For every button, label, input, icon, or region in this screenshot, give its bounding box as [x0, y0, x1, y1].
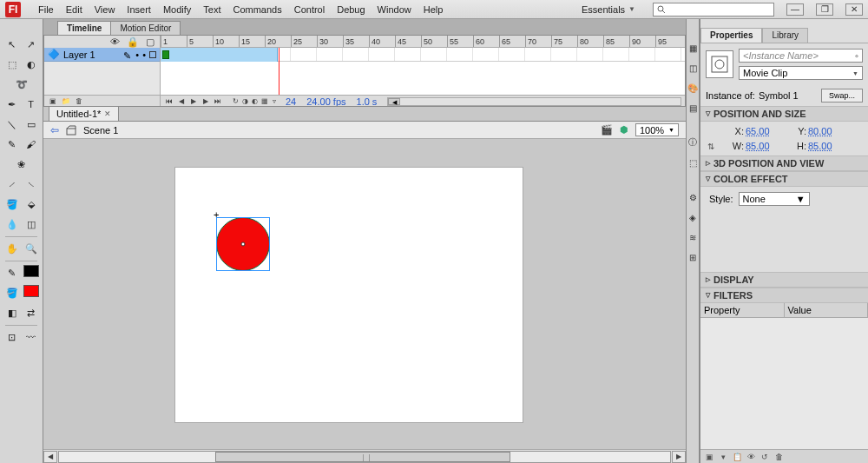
panel-icon-7[interactable]: ⚙: [687, 191, 699, 203]
lasso-tool[interactable]: ➰: [14, 76, 30, 92]
reset-filter-button[interactable]: ↺: [760, 452, 770, 462]
accordion-display[interactable]: ▷DISPLAY: [700, 272, 868, 288]
menu-insert[interactable]: Insert: [127, 4, 151, 15]
accordion-position-size[interactable]: ▽POSITION AND SIZE: [700, 106, 868, 122]
eyedropper-tool[interactable]: 💧: [4, 216, 20, 232]
panel-icon-1[interactable]: ▦: [687, 42, 699, 54]
rectangle-tool[interactable]: ▭: [23, 116, 39, 132]
close-tab-icon[interactable]: ✕: [104, 109, 111, 118]
brush-tool[interactable]: 🖌: [23, 136, 39, 152]
bind-tool[interactable]: ⟍: [23, 176, 39, 192]
fps-value[interactable]: 24.00 fps: [306, 96, 345, 107]
edit-symbols-icon[interactable]: ⬢: [620, 124, 628, 136]
scene-name[interactable]: Scene 1: [83, 125, 118, 136]
y-value[interactable]: 80.00: [808, 126, 846, 136]
search-input[interactable]: [653, 3, 774, 17]
accordion-color-effect[interactable]: ▽COLOR EFFECT: [700, 171, 868, 187]
outline-icon[interactable]: ▢: [146, 36, 155, 48]
edit-multiple-frames-button[interactable]: ▦: [260, 96, 269, 106]
subselection-tool[interactable]: ↗: [23, 36, 39, 52]
enable-filter-button[interactable]: 👁: [746, 452, 756, 462]
swap-button[interactable]: Swap...: [821, 89, 863, 103]
motion-tween-span[interactable]: [161, 48, 278, 62]
panel-icon-9[interactable]: ≋: [687, 231, 699, 243]
new-layer-button[interactable]: ▣: [48, 96, 57, 106]
zoom-dropdown[interactable]: 100% ▼: [635, 123, 679, 136]
menu-debug[interactable]: Debug: [337, 4, 365, 15]
edit-scene-icon[interactable]: 🎬: [601, 124, 613, 136]
timeline-scrollbar[interactable]: ◀: [387, 97, 681, 106]
workspace-switcher[interactable]: Essentials ▼: [576, 3, 641, 17]
pencil-tool[interactable]: ✎: [4, 136, 20, 152]
instance-name-input[interactable]: <Instance Name> ◦: [739, 49, 863, 63]
outline-box-icon[interactable]: [149, 51, 156, 58]
back-arrow-icon[interactable]: ⇦: [50, 124, 59, 136]
play-button[interactable]: ▶: [188, 96, 198, 106]
stage-horizontal-scrollbar[interactable]: ◀ ▶: [43, 449, 686, 463]
scroll-right-button[interactable]: ▶: [672, 451, 686, 463]
menu-commands[interactable]: Commands: [233, 4, 281, 15]
loop-button[interactable]: ↻: [231, 96, 240, 106]
stroke-color-swatch[interactable]: [23, 265, 39, 277]
stage-area[interactable]: +: [43, 139, 686, 449]
frame-ruler[interactable]: 15101520253035404550556065707580859095: [161, 36, 685, 48]
playhead[interactable]: [279, 48, 279, 95]
restore-button[interactable]: ❐: [816, 3, 833, 16]
eye-dot-icon[interactable]: •: [135, 50, 139, 60]
prev-frame-button[interactable]: ◀: [176, 96, 186, 106]
onion-skin-outlines-button[interactable]: ◐: [250, 96, 260, 106]
panel-icon-6[interactable]: ⬚: [687, 156, 699, 169]
w-value[interactable]: 85.00: [746, 141, 784, 151]
stroke-color-control[interactable]: ✎: [4, 265, 20, 281]
close-button[interactable]: ✕: [845, 3, 863, 16]
x-value[interactable]: 65.00: [746, 126, 784, 136]
panel-icon-10[interactable]: ⊞: [687, 251, 699, 263]
next-frame-button[interactable]: ▶: [201, 96, 210, 106]
3d-rotation-tool[interactable]: ◐: [23, 56, 39, 72]
scroll-thumb[interactable]: [215, 452, 510, 462]
onion-skin-button[interactable]: ◑: [240, 96, 250, 106]
keyframe-dot[interactable]: [162, 50, 169, 59]
delete-layer-button[interactable]: 🗑: [74, 96, 83, 106]
lock-aspect-icon[interactable]: ⇅: [707, 142, 718, 151]
text-tool[interactable]: T: [23, 96, 39, 112]
current-frame-value[interactable]: 24: [286, 96, 296, 107]
menu-control[interactable]: Control: [294, 4, 325, 15]
minimize-button[interactable]: —: [786, 3, 804, 16]
menu-help[interactable]: Help: [424, 4, 444, 15]
tab-properties[interactable]: Properties: [700, 28, 762, 43]
stage[interactable]: +: [175, 168, 523, 422]
layer-row[interactable]: 🔷 Layer 1 ✎ • •: [44, 48, 160, 62]
frames-area[interactable]: [161, 48, 685, 95]
black-white-button[interactable]: ◧: [4, 305, 20, 321]
panel-icon-3[interactable]: 🎨: [687, 82, 699, 94]
scroll-track[interactable]: [58, 451, 671, 463]
instance-type-dropdown[interactable]: Movie Clip ▼: [739, 66, 863, 80]
panel-icon-8[interactable]: ◈: [687, 211, 699, 223]
line-tool[interactable]: ＼: [4, 116, 20, 132]
tab-motion-editor[interactable]: Motion Editor: [110, 21, 181, 35]
fill-color-swatch[interactable]: [23, 285, 39, 297]
menu-edit[interactable]: Edit: [66, 4, 82, 15]
clipboard-button[interactable]: 📋: [732, 452, 742, 462]
menu-view[interactable]: View: [95, 4, 115, 15]
menu-window[interactable]: Window: [378, 4, 411, 15]
zoom-tool[interactable]: 🔍: [23, 241, 39, 256]
deco-tool[interactable]: ❀: [14, 156, 30, 172]
panel-icon-4[interactable]: ▤: [687, 102, 699, 114]
panel-icon-5[interactable]: ⓘ: [687, 136, 699, 149]
tab-library[interactable]: Library: [762, 28, 808, 43]
eraser-tool[interactable]: ◫: [23, 216, 39, 232]
modify-markers-button[interactable]: ▿: [269, 96, 279, 106]
scroll-left-button[interactable]: ◀: [43, 451, 57, 463]
selection-tool[interactable]: ↖: [4, 36, 20, 52]
new-folder-button[interactable]: 📁: [61, 96, 70, 106]
eye-icon[interactable]: 👁: [110, 36, 120, 47]
document-tab[interactable]: Untitled-1* ✕: [49, 106, 119, 121]
snap-option[interactable]: ⊡: [4, 329, 20, 345]
tab-timeline[interactable]: Timeline: [57, 21, 111, 35]
delete-filter-button[interactable]: 🗑: [773, 452, 784, 462]
selected-movieclip-instance[interactable]: +: [216, 217, 270, 271]
presets-button[interactable]: ▾: [718, 452, 728, 462]
menu-modify[interactable]: Modify: [163, 4, 191, 15]
